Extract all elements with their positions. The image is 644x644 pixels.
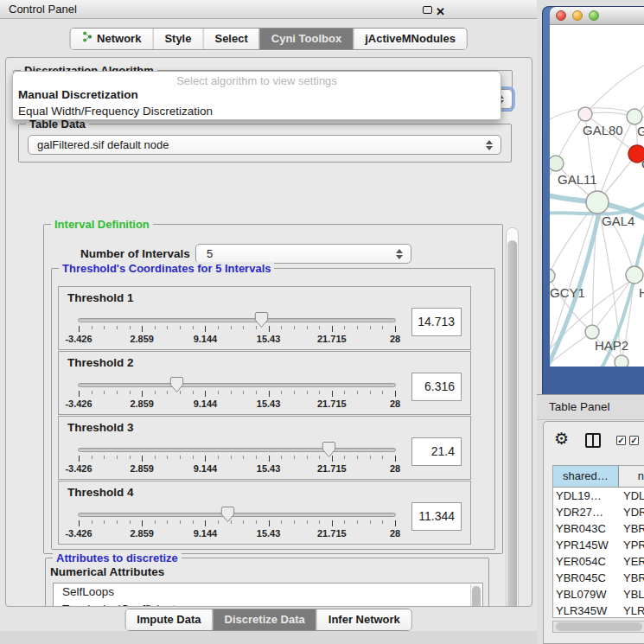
- scrollbar-thumb[interactable]: [507, 240, 517, 607]
- interval-definition-group: Interval Definition Number of Intervals …: [43, 224, 503, 554]
- attributes-list-scrollbar[interactable]: [470, 584, 481, 607]
- network-canvas[interactable]: GAL80GACGAL11GAL4GCY1HHAP2: [550, 25, 644, 367]
- svg-text:GAL80: GAL80: [583, 123, 623, 137]
- network-window-titlebar: [550, 7, 644, 25]
- panel-title: Control Panel: [9, 3, 77, 16]
- threshold-3-value-input[interactable]: 21.4: [411, 437, 462, 466]
- table-header-name[interactable]: n: [619, 466, 644, 487]
- tab-infer-network[interactable]: Infer Network: [316, 609, 411, 630]
- minimize-traffic-light-icon[interactable]: [572, 10, 583, 21]
- svg-text:GAL11: GAL11: [558, 172, 597, 187]
- settings-scroll-area: Interval Definition Number of Intervals …: [39, 219, 520, 607]
- slider-track[interactable]: [78, 513, 396, 517]
- number-of-intervals-spinner[interactable]: 5: [195, 244, 411, 264]
- control-panel-titlebar: Control Panel ✕: [0, 0, 537, 19]
- threshold-4-slider[interactable]: -3.4262.8599.14415.4321.71528: [78, 507, 396, 544]
- slider-ticks: -3.4262.8599.14415.4321.71528: [78, 391, 396, 413]
- attribute-item[interactable]: SelfLoops: [54, 583, 482, 601]
- threshold-3-slider[interactable]: -3.4262.8599.14415.4321.71528: [78, 443, 396, 479]
- svg-text:GA: GA: [637, 124, 644, 138]
- table-row[interactable]: YBR045CYBR0: [553, 570, 644, 586]
- checkbox-icon[interactable]: ✓: [616, 436, 626, 445]
- threshold-1-slider[interactable]: -3.4262.8599.14415.4321.71528: [78, 313, 396, 349]
- combo-arrows-icon: [486, 140, 493, 150]
- popup-item-manual-discretization[interactable]: Manual Discretization: [13, 86, 501, 103]
- table-row[interactable]: YLR345WYLR3: [553, 603, 644, 618]
- svg-text:H: H: [639, 285, 644, 300]
- table-row[interactable]: YER054CYER0: [553, 553, 644, 570]
- thresholds-group-title: Threshold's Coordinates for 5 Intervals: [59, 262, 274, 275]
- table-panel: ⚙ ✓ ✓ shared… n YDL19…YDL1YDR27…YDR2YBR0…: [543, 421, 644, 644]
- threshold-1-label: Threshold 1: [67, 291, 134, 304]
- slider-ticks: -3.4262.8599.14415.4321.71528: [78, 326, 396, 348]
- gear-icon[interactable]: ⚙: [554, 430, 569, 449]
- threshold-4-label: Threshold 4: [67, 486, 134, 499]
- tab-impute-data[interactable]: Impute Data: [125, 609, 212, 630]
- tab-discretize-data[interactable]: Discretize Data: [213, 609, 316, 630]
- tab-select[interactable]: Select: [202, 29, 258, 49]
- tab-style[interactable]: Style: [152, 29, 202, 49]
- tab-cyni-toolbox[interactable]: Cyni Toolbox: [259, 29, 353, 49]
- zoom-traffic-light-icon[interactable]: [589, 10, 599, 21]
- table-row[interactable]: YDL19…YDL1: [553, 488, 644, 504]
- algorithm-dropdown-popup: Select algorithm to view settings Manual…: [12, 71, 501, 120]
- tab-network-label: Network: [97, 29, 141, 49]
- slider-track[interactable]: [78, 318, 396, 322]
- slider-ticks: -3.4262.8599.14415.4321.71528: [78, 456, 396, 478]
- slider-track[interactable]: [78, 383, 396, 387]
- threshold-2-label: Threshold 2: [67, 356, 134, 369]
- svg-text:HAP2: HAP2: [595, 338, 628, 353]
- table-data-combobox[interactable]: galFiltered.sif default node: [28, 135, 501, 155]
- number-of-intervals-label: Number of Intervals: [80, 247, 190, 260]
- svg-text:GCY1: GCY1: [550, 285, 585, 300]
- float-window-icon[interactable]: [423, 6, 432, 14]
- network-icon: [81, 29, 92, 49]
- threshold-2-slider[interactable]: -3.4262.8599.14415.4321.71528: [78, 378, 396, 414]
- network-window: GAL80GACGAL11GAL4GCY1HHAP2: [542, 6, 644, 394]
- table-row[interactable]: YBL079WYBL0: [553, 586, 644, 603]
- table-row[interactable]: YDR27…YDR2: [553, 504, 644, 520]
- threshold-2-panel: Threshold 2 -3.4262.8599.14415.4321.7152…: [58, 351, 471, 415]
- bottom-tab-bar: Impute Data Discretize Data Infer Networ…: [124, 609, 412, 631]
- attributes-group: Attributes to discretize Numerical Attri…: [45, 558, 489, 607]
- thresholds-group: Threshold's Coordinates for 5 Intervals …: [51, 268, 495, 550]
- close-traffic-light-icon[interactable]: [556, 10, 566, 21]
- table-header-row: shared… n: [553, 466, 644, 488]
- table-panel-titlebar: Table Panel: [537, 394, 644, 420]
- attribute-item[interactable]: TopologicalCoefficient: [54, 601, 482, 608]
- settings-scrollbar[interactable]: [506, 227, 519, 607]
- bottom-strip: [0, 631, 537, 644]
- table-header-shared-name[interactable]: shared…: [553, 466, 619, 487]
- spinner-arrows-icon: [396, 249, 403, 259]
- threshold-2-value-input[interactable]: 6.316: [411, 373, 462, 401]
- table-panel-title: Table Panel: [549, 400, 610, 413]
- network-graph: GAL80GACGAL11GAL4GCY1HHAP2: [550, 25, 644, 367]
- checkbox-icon[interactable]: ✓: [629, 436, 639, 445]
- columns-icon[interactable]: [585, 433, 601, 448]
- threshold-4-panel: Threshold 4 -3.4262.8599.14415.4321.7152…: [58, 481, 471, 545]
- popup-item-equal-width-frequency[interactable]: Equal Width/Frequency Discretization: [13, 103, 501, 119]
- scrollbar-thumb[interactable]: [556, 622, 642, 631]
- close-icon[interactable]: ✕: [436, 3, 445, 22]
- top-tab-bar: Network Style Select Cyni Toolbox jActiv…: [69, 28, 468, 50]
- threshold-1-panel: Threshold 1 -3.4262.8599.14415.4321.7152…: [58, 286, 471, 350]
- numerical-attributes-list[interactable]: SelfLoopsTopologicalCoefficientBetweenne…: [53, 583, 483, 607]
- tab-network[interactable]: Network: [70, 29, 152, 49]
- node-table: shared… n YDL19…YDL1YDR27…YDR2YBR043CYBR…: [552, 465, 644, 618]
- right-region: GAL80GACGAL11GAL4GCY1HHAP2 Table Panel ⚙…: [537, 0, 644, 644]
- threshold-4-value-input[interactable]: 11.344: [411, 502, 462, 531]
- table-toolbar: ⚙ ✓ ✓: [544, 422, 644, 462]
- slider-track[interactable]: [78, 448, 396, 452]
- table-row[interactable]: YPR145WYPR1: [553, 537, 644, 553]
- table-row[interactable]: YBR043CYBR0: [553, 520, 644, 537]
- scrollbar-thumb[interactable]: [472, 586, 481, 607]
- threshold-1-value-input[interactable]: 14.713: [411, 308, 462, 336]
- number-of-intervals-value: 5: [207, 247, 213, 260]
- attributes-group-title: Attributes to discretize: [53, 552, 182, 564]
- threshold-3-panel: Threshold 3 -3.4262.8599.14415.4321.7152…: [58, 416, 471, 480]
- cyni-toolbox-panel: Discretization Algorithm Select algorith…: [5, 57, 532, 607]
- threshold-3-label: Threshold 3: [67, 421, 134, 434]
- table-horizontal-scrollbar[interactable]: [552, 621, 644, 633]
- tab-jactivemnodules[interactable]: jActiveMNodules: [353, 29, 467, 49]
- interval-definition-group-title: Interval Definition: [51, 219, 153, 231]
